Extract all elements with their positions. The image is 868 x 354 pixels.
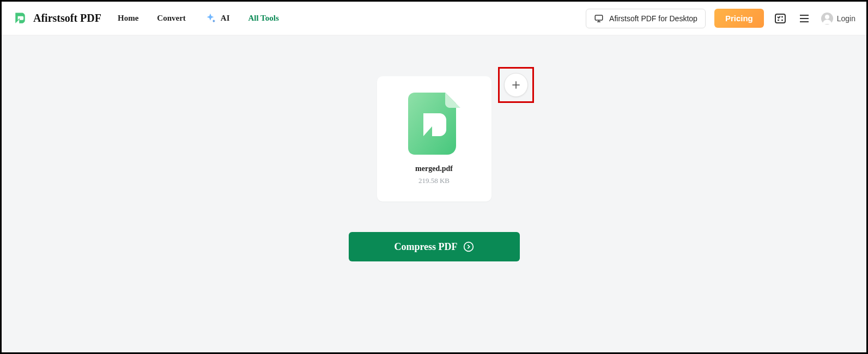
list-check-icon [774,12,787,25]
compress-pdf-button[interactable]: Compress PDF [349,232,520,261]
desktop-app-label: Afirstsoft PDF for Desktop [609,14,697,23]
nav-home[interactable]: Home [118,14,138,23]
file-name: merged.pdf [415,164,453,173]
tasks-button[interactable] [773,11,788,26]
sparkle-icon [204,13,216,25]
nav-convert[interactable]: Convert [157,14,186,23]
brand-logo[interactable]: Afirstsoft PDF [13,11,101,26]
svg-rect-0 [595,15,603,20]
nav-all-tools[interactable]: All Tools [248,14,278,23]
main-area: merged.pdf 219.58 KB Compress PDF [2,35,866,352]
login-button[interactable]: Login [821,12,855,25]
logo-icon [13,11,28,26]
nav-ai[interactable]: AI [204,13,230,25]
svg-rect-3 [775,14,785,23]
add-file-button[interactable] [504,73,528,97]
arrow-right-circle-icon [463,241,474,252]
header: Afirstsoft PDF Home Convert AI All Tools… [2,2,866,35]
file-size: 219.58 KB [418,176,450,185]
header-actions: Afirstsoft PDF for Desktop Pricing Login [586,9,855,28]
desktop-app-button[interactable]: Afirstsoft PDF for Desktop [586,9,706,28]
add-button-highlight [498,67,534,103]
hamburger-icon [798,12,811,25]
login-label: Login [837,14,855,23]
menu-button[interactable] [797,11,812,26]
file-card[interactable]: merged.pdf 219.58 KB [377,76,491,202]
brand-name: Afirstsoft PDF [33,12,101,25]
monitor-icon [594,14,604,23]
svg-point-14 [464,242,473,252]
compress-label: Compress PDF [394,241,457,253]
pdf-file-icon [408,93,460,155]
file-area: merged.pdf 219.58 KB [377,76,491,202]
avatar-icon [821,12,834,25]
top-nav: Home Convert AI All Tools [118,13,279,25]
pricing-button[interactable]: Pricing [714,9,764,28]
plus-icon [511,80,521,90]
nav-ai-label: AI [221,14,230,23]
svg-point-11 [825,15,829,19]
